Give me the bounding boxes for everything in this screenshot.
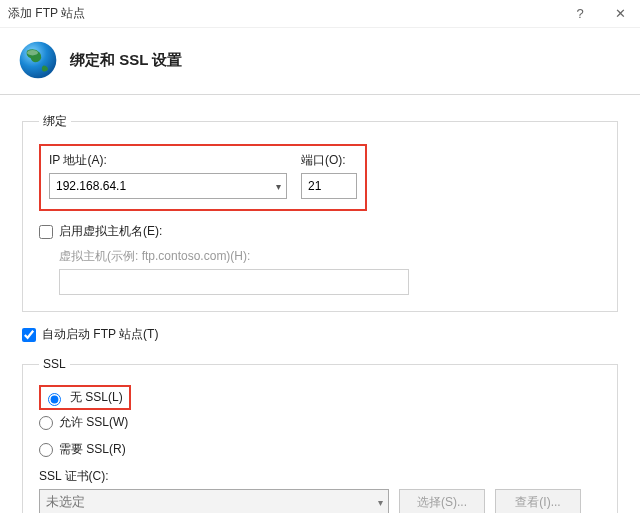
page-title: 绑定和 SSL 设置 bbox=[70, 51, 182, 70]
port-field[interactable] bbox=[301, 173, 357, 199]
chevron-down-icon: ▾ bbox=[378, 497, 383, 508]
page-header: 绑定和 SSL 设置 bbox=[0, 28, 640, 95]
binding-highlight: IP 地址(A): ▾ 端口(O): bbox=[39, 144, 367, 211]
vhost-field bbox=[59, 269, 409, 295]
no-ssl-label: 无 SSL(L) bbox=[70, 389, 123, 406]
enable-vhost-row: 启用虚拟主机名(E): bbox=[39, 223, 601, 240]
allow-ssl-label: 允许 SSL(W) bbox=[59, 414, 128, 431]
allow-ssl-row: 允许 SSL(W) bbox=[39, 414, 601, 431]
titlebar: 添加 FTP 站点 ? ✕ bbox=[0, 0, 640, 28]
svg-point-1 bbox=[27, 50, 38, 55]
require-ssl-row: 需要 SSL(R) bbox=[39, 441, 601, 458]
ssl-cert-combo-wrap: ▾ bbox=[39, 489, 389, 513]
help-button[interactable]: ? bbox=[560, 0, 600, 28]
select-cert-button: 选择(S)... bbox=[399, 489, 485, 513]
ssl-cert-field[interactable] bbox=[39, 489, 389, 513]
vhost-label: 虚拟主机(示例: ftp.contoso.com)(H): bbox=[59, 248, 601, 265]
autostart-row: 自动启动 FTP 站点(T) bbox=[22, 326, 618, 343]
ssl-cert-label: SSL 证书(C): bbox=[39, 468, 601, 485]
require-ssl-radio[interactable] bbox=[39, 443, 53, 457]
no-ssl-radio[interactable] bbox=[48, 393, 61, 406]
require-ssl-label: 需要 SSL(R) bbox=[59, 441, 126, 458]
enable-vhost-label: 启用虚拟主机名(E): bbox=[59, 223, 162, 240]
port-label: 端口(O): bbox=[301, 152, 357, 169]
window-title: 添加 FTP 站点 bbox=[8, 5, 560, 22]
ssl-highlight: 无 SSL(L) bbox=[39, 385, 131, 410]
binding-legend: 绑定 bbox=[39, 113, 71, 130]
globe-icon bbox=[16, 38, 60, 82]
ip-address-field[interactable] bbox=[49, 173, 287, 199]
binding-group: 绑定 IP 地址(A): ▾ 端口(O): 启用虚拟主机名(E): bbox=[22, 113, 618, 312]
ssl-cert-row: ▾ 选择(S)... 查看(I)... bbox=[39, 489, 601, 513]
enable-vhost-checkbox[interactable] bbox=[39, 225, 53, 239]
autostart-label: 自动启动 FTP 站点(T) bbox=[42, 326, 158, 343]
close-button[interactable]: ✕ bbox=[600, 0, 640, 28]
allow-ssl-radio[interactable] bbox=[39, 416, 53, 430]
autostart-checkbox[interactable] bbox=[22, 328, 36, 342]
ssl-group: SSL 无 SSL(L) 允许 SSL(W) 需要 SSL(R) SSL 证书(… bbox=[22, 357, 618, 513]
ssl-legend: SSL bbox=[39, 357, 70, 371]
body: 绑定 IP 地址(A): ▾ 端口(O): 启用虚拟主机名(E): bbox=[0, 95, 640, 513]
ip-address-combo-wrap: ▾ bbox=[49, 173, 287, 199]
view-cert-button: 查看(I)... bbox=[495, 489, 581, 513]
ip-address-label: IP 地址(A): bbox=[49, 152, 287, 169]
